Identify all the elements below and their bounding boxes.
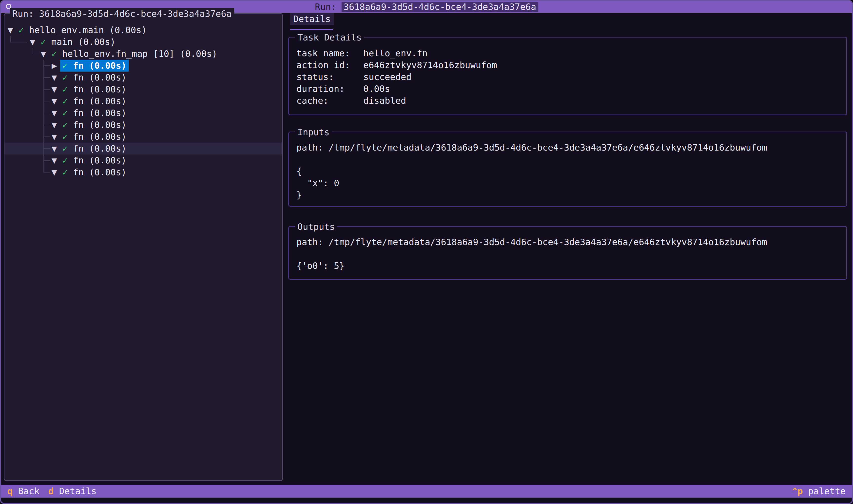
tree-guide bbox=[43, 125, 50, 125]
tree-row[interactable]: ▼ ✓ fn (0.00s) bbox=[4, 72, 282, 84]
tree-row[interactable]: ▶ ✓ fn (0.00s) bbox=[4, 60, 282, 72]
tree-row[interactable]: ▼ ✓ fn (0.00s) bbox=[4, 166, 282, 178]
tree-row[interactable]: ▼ ✓ main (0.00s) bbox=[4, 36, 282, 48]
tree-node-label: hello_env.fn_map [10] (0.00s) bbox=[62, 49, 217, 59]
expanded-arrow-icon[interactable]: ▼ bbox=[52, 143, 57, 154]
tree-node-label: fn (0.00s) bbox=[73, 120, 127, 130]
run-tree-panel: Run: 3618a6a9-3d5d-4d6c-bce4-3de3a4a37e6… bbox=[4, 13, 283, 481]
tree-node-label: fn (0.00s) bbox=[73, 84, 127, 94]
selected-tree-node[interactable]: ✓ fn (0.00s) bbox=[60, 60, 128, 72]
footer-binding-label: palette bbox=[803, 486, 846, 496]
active-tab-underline bbox=[290, 29, 333, 30]
expanded-arrow-icon[interactable]: ▼ bbox=[52, 108, 57, 118]
tree-node-label: fn (0.00s) bbox=[73, 167, 127, 177]
footer-key-bindings: q Backd Details bbox=[7, 485, 96, 498]
tree-guide bbox=[43, 143, 44, 155]
task-field-key: cache: bbox=[296, 95, 363, 107]
header-title-prefix: Run: bbox=[315, 2, 342, 12]
task-field-value: hello_env.fn bbox=[363, 48, 428, 58]
task-field-key: duration: bbox=[296, 83, 363, 95]
tree-guide bbox=[43, 148, 50, 149]
tree-row[interactable]: ▼ ✓ hello_env.fn_map [10] (0.00s) bbox=[4, 48, 282, 60]
expanded-arrow-icon[interactable]: ▼ bbox=[52, 84, 57, 94]
success-check-icon: ✓ bbox=[62, 155, 68, 165]
task-field-key: action id: bbox=[296, 59, 363, 71]
footer-palette-binding: ^p palette bbox=[792, 485, 846, 498]
expanded-arrow-icon[interactable]: ▼ bbox=[52, 167, 57, 177]
tree-row[interactable]: ▼ ✓ fn (0.00s) bbox=[4, 119, 282, 131]
tree-row[interactable]: ▼ ✓ fn (0.00s) bbox=[4, 84, 282, 95]
footer-binding[interactable]: d Details bbox=[48, 485, 96, 498]
success-check-icon: ✓ bbox=[62, 167, 68, 177]
task-field-value: 0.00s bbox=[363, 84, 390, 94]
inputs-box: Inputs path: /tmp/flyte/metadata/3618a6a… bbox=[288, 131, 847, 206]
task-details-title: Task Details bbox=[295, 32, 364, 43]
footer-binding-key: d bbox=[48, 486, 54, 496]
tree-row[interactable]: ▼ ✓ fn (0.00s) bbox=[4, 131, 282, 143]
outputs-path: path: /tmp/flyte/metadata/3618a6a9-3d5d-… bbox=[289, 227, 846, 248]
tree-node-label: main (0.00s) bbox=[51, 37, 115, 47]
footer-binding[interactable]: q Back bbox=[7, 485, 39, 498]
outputs-body: {'o0': 5} bbox=[296, 260, 846, 272]
expanded-arrow-icon[interactable]: ▼ bbox=[52, 72, 57, 83]
tree-row[interactable]: ▼ ✓ fn (0.00s) bbox=[4, 143, 282, 155]
expanded-arrow-icon[interactable]: ▼ bbox=[52, 131, 57, 142]
run-tree[interactable]: ▼ ✓ hello_env.main (0.00s)▼ ✓ main (0.00… bbox=[4, 14, 282, 480]
tree-node-label: fn (0.00s) bbox=[73, 131, 127, 142]
task-field-row: duration:0.00s bbox=[296, 83, 846, 95]
expanded-arrow-icon[interactable]: ▼ bbox=[52, 120, 57, 130]
tree-node-label: hello_env.main (0.00s) bbox=[29, 25, 147, 35]
inputs-path: path: /tmp/flyte/metadata/3618a6a9-3d5d-… bbox=[289, 132, 846, 154]
tree-node-label: fn (0.00s) bbox=[73, 155, 127, 165]
tree-guide bbox=[33, 48, 41, 54]
header-run-id: 3618a6a9-3d5d-4d6c-bce4-3de3a4a37e6a bbox=[342, 2, 538, 12]
success-check-icon: ✓ bbox=[62, 108, 68, 118]
expanded-arrow-icon[interactable]: ▼ bbox=[41, 49, 46, 59]
tree-guide bbox=[43, 60, 44, 72]
expanded-arrow-icon[interactable]: ▼ bbox=[30, 37, 35, 47]
footer-binding-label: Back bbox=[13, 486, 39, 496]
task-field-row: cache:disabled bbox=[296, 95, 846, 107]
tree-node-label: fn (0.00s) bbox=[73, 72, 127, 83]
success-check-icon: ✓ bbox=[18, 25, 24, 35]
tree-guide bbox=[43, 131, 44, 143]
tree-guide bbox=[43, 95, 44, 107]
tree-row[interactable]: ▼ ✓ fn (0.00s) bbox=[4, 107, 282, 119]
tree-guide bbox=[43, 84, 44, 95]
success-check-icon: ✓ bbox=[62, 84, 68, 94]
details-area: Details Task Details task name:hello_env… bbox=[288, 12, 847, 485]
footer-binding[interactable]: ^p palette bbox=[792, 485, 846, 498]
tree-row[interactable]: ▼ ✓ hello_env.main (0.00s) bbox=[4, 24, 282, 36]
inputs-title: Inputs bbox=[295, 126, 332, 138]
success-check-icon: ✓ bbox=[62, 131, 68, 142]
tree-row[interactable]: ▼ ✓ fn (0.00s) bbox=[4, 95, 282, 107]
tree-guide bbox=[43, 166, 44, 172]
tree-guide bbox=[43, 77, 50, 78]
tree-node-label: fn (0.00s) bbox=[73, 60, 127, 71]
task-field-key: status: bbox=[296, 71, 363, 83]
tree-guide bbox=[43, 89, 50, 90]
collapsed-arrow-icon[interactable]: ▶ bbox=[52, 60, 57, 71]
expanded-arrow-icon[interactable]: ▼ bbox=[52, 155, 57, 165]
tab-details[interactable]: Details bbox=[290, 13, 334, 25]
task-field-row: status:succeeded bbox=[296, 71, 846, 83]
footer-binding-label: Details bbox=[54, 486, 96, 496]
success-check-icon: ✓ bbox=[51, 49, 57, 59]
tree-guide bbox=[43, 160, 50, 161]
task-field-value: succeeded bbox=[363, 72, 412, 82]
header-title: Run: 3618a6a9-3d5d-4d6c-bce4-3de3a4a37e6… bbox=[315, 1, 538, 13]
success-check-icon: ✓ bbox=[62, 72, 68, 83]
outputs-title: Outputs bbox=[295, 221, 338, 233]
expanded-arrow-icon[interactable]: ▼ bbox=[52, 96, 57, 106]
task-details-box: Task Details task name:hello_env.fnactio… bbox=[288, 37, 847, 115]
tree-guide bbox=[43, 137, 50, 137]
success-check-icon: ✓ bbox=[62, 143, 68, 154]
tree-guide bbox=[43, 101, 50, 102]
expanded-arrow-icon[interactable]: ▼ bbox=[8, 25, 13, 35]
tree-row[interactable]: ▼ ✓ fn (0.00s) bbox=[4, 155, 282, 166]
tree-guide bbox=[43, 155, 44, 166]
success-check-icon: ✓ bbox=[40, 37, 46, 47]
inputs-body: { "x": 0 } bbox=[296, 165, 846, 201]
tree-node-label: fn (0.00s) bbox=[73, 108, 127, 118]
task-fields: task name:hello_env.fnaction id:e646ztvk… bbox=[289, 37, 846, 107]
